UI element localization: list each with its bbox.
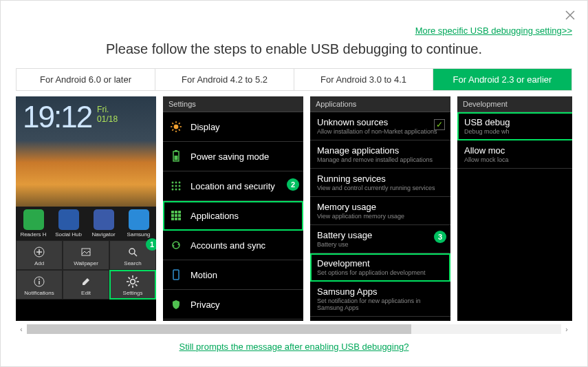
svg-rect-43: [178, 211, 181, 213]
settings-row-applications: Applications: [163, 201, 303, 231]
svg-rect-48: [175, 218, 177, 220]
scroll-track[interactable]: [27, 324, 561, 334]
svg-line-7: [134, 253, 137, 256]
svg-point-36: [175, 185, 177, 187]
app-row-battery: Battery usage Battery use 3: [310, 225, 450, 253]
step-badge-1: 1: [146, 238, 156, 251]
dev-row-allow-mock: Allow moc Allow mock loca: [457, 140, 572, 169]
svg-line-19: [135, 277, 137, 279]
settings-row-motion: Motion: [163, 260, 303, 290]
tab-android-6[interactable]: For Android 6.0 or later: [17, 69, 155, 90]
screenshot-applications: Applications Unknown sources Allow insta…: [310, 96, 450, 321]
checkbox-icon: ✓: [434, 119, 445, 130]
svg-point-6: [129, 249, 135, 254]
screen-header: Settings: [163, 96, 303, 112]
svg-rect-47: [171, 218, 174, 220]
svg-point-10: [39, 279, 40, 280]
scroll-right-arrow[interactable]: ›: [561, 324, 572, 335]
svg-point-38: [172, 189, 174, 191]
svg-rect-44: [171, 214, 174, 217]
still-prompts-link[interactable]: Still prompts the message after enabling…: [16, 342, 572, 352]
svg-line-18: [129, 284, 130, 286]
step-badge-2: 2: [287, 178, 299, 191]
info-icon: [32, 275, 46, 289]
battery-icon: [168, 149, 184, 164]
more-settings-link[interactable]: More specific USB debugging setting>>: [16, 25, 572, 36]
scroll-thumb[interactable]: [27, 324, 411, 334]
app-shortcut: Samsung: [121, 207, 156, 240]
screenshot-development: Development USB debug Debug mode wh Allo…: [457, 96, 572, 321]
svg-marker-51: [173, 244, 175, 247]
app-shortcut: Social Hub: [51, 207, 86, 240]
app-row-unknown-sources: Unknown sources Allow installation of no…: [310, 112, 450, 140]
shield-icon: [168, 297, 184, 312]
svg-point-37: [179, 185, 181, 187]
step-badge-3: 3: [434, 231, 446, 243]
clock-date: Fri. 01/18: [97, 102, 118, 125]
sync-icon: [168, 238, 184, 253]
image-icon: [79, 245, 93, 259]
settings-row-power: Power saving mode: [163, 142, 303, 171]
pencil-icon: [79, 275, 93, 289]
svg-rect-42: [175, 211, 177, 213]
svg-rect-41: [171, 211, 174, 213]
settings-row-display: Display: [163, 112, 303, 142]
app-icon: [94, 209, 114, 230]
app-icon: [58, 209, 79, 230]
app-row-running: Running services View and control curren…: [310, 169, 450, 197]
svg-rect-30: [175, 150, 177, 151]
app-row-samsung-apps: Samsung Apps Set notification for new ap…: [310, 282, 450, 317]
svg-rect-52: [173, 270, 179, 280]
menu-search: Search 1: [109, 240, 156, 270]
svg-line-27: [172, 129, 173, 131]
home-menu-grid: Add Wallpaper Search 1: [16, 240, 156, 300]
screen-header: Applications: [310, 96, 450, 112]
svg-point-11: [131, 280, 135, 284]
screenshot-settings: Settings Display Power saving mode Locat…: [163, 96, 303, 321]
screen-header: Development: [457, 96, 572, 112]
menu-notifications: Notifications: [16, 270, 63, 300]
sun-icon: [168, 119, 184, 134]
svg-rect-46: [178, 214, 181, 217]
svg-point-39: [175, 189, 177, 191]
svg-point-33: [175, 182, 177, 184]
svg-line-26: [179, 129, 180, 131]
app-row-development: Development Set options for application …: [310, 253, 450, 282]
settings-row-privacy: Privacy: [163, 290, 303, 319]
usb-debugging-dialog: More specific USB debugging setting>> Pl…: [0, 0, 588, 367]
android-version-tabs: For Android 6.0 or later For Android 4.2…: [16, 68, 572, 91]
tab-android-4-2[interactable]: For Android 4.2 to 5.2: [155, 69, 294, 90]
motion-icon: [168, 267, 184, 282]
clock-time: 19:12: [23, 102, 91, 132]
app-shortcut: Navigator: [86, 207, 121, 240]
svg-line-17: [135, 284, 137, 286]
menu-add: Add: [16, 240, 63, 270]
settings-row-location: Location and security 2: [163, 171, 303, 201]
svg-rect-5: [82, 249, 90, 255]
menu-settings: Settings: [109, 270, 156, 300]
horizontal-scrollbar[interactable]: ‹ ›: [16, 324, 572, 335]
search-icon: [126, 245, 140, 259]
scroll-left-arrow[interactable]: ‹: [16, 324, 27, 335]
tab-android-2-3[interactable]: For Android 2.3 or earlier: [433, 69, 571, 90]
gear-icon: [126, 275, 140, 289]
app-shortcut: Readers H: [16, 207, 51, 240]
close-icon: [565, 10, 575, 20]
svg-point-20: [174, 125, 179, 129]
svg-rect-31: [175, 156, 178, 160]
close-button[interactable]: [563, 8, 578, 23]
grid-icon: [168, 178, 184, 193]
svg-marker-50: [177, 243, 179, 246]
svg-point-32: [172, 182, 174, 184]
screenshot-carousel: 19:12 Fri. 01/18 Readers H: [16, 96, 572, 335]
tab-android-3-0[interactable]: For Android 3.0 to 4.1: [294, 69, 433, 90]
apps-icon: [168, 208, 184, 223]
svg-line-16: [129, 277, 130, 279]
dialog-title: Please follow the steps to enable USB de…: [16, 41, 572, 57]
dev-row-usb-debug: USB debug Debug mode wh: [457, 112, 572, 140]
app-row-manage: Manage applications Manage and remove in…: [310, 140, 450, 169]
settings-row-accounts: Accounts and sync: [163, 231, 303, 260]
home-dock: Readers H Social Hub Navigator Sams: [16, 207, 156, 240]
svg-point-34: [179, 182, 181, 184]
screenshot-home: 19:12 Fri. 01/18 Readers H: [16, 96, 156, 321]
